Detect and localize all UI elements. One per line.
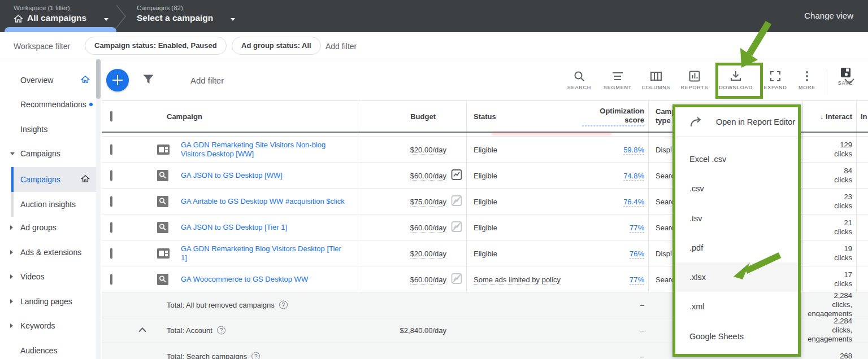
save-floppy-icon	[840, 67, 851, 78]
search-campaign-icon	[157, 196, 168, 207]
filter-bar: Workspace filter Campaign status: Enable…	[0, 32, 868, 59]
optimization-score-value[interactable]: 74.8%	[566, 171, 644, 180]
columns-icon	[650, 70, 662, 82]
sidebar-item-label: Overview	[20, 76, 53, 85]
segment-icon	[611, 70, 624, 82]
budget-value[interactable]: $75.00/day	[353, 197, 446, 205]
filter-funnel-icon	[142, 74, 154, 85]
campaign-status-filter-pill[interactable]: Campaign status: Enabled, Paused	[85, 37, 227, 55]
add-filter-toolbar-label[interactable]: Add filter	[190, 76, 224, 85]
menu-item-tsv[interactable]: .tsv	[675, 204, 798, 233]
menu-divider	[675, 137, 798, 137]
campaign-selector-value: Select a campaign	[137, 13, 213, 23]
ad-group-status-filter-pill[interactable]: Ad group status: All	[232, 37, 321, 55]
more-button[interactable]: MORE	[787, 70, 827, 90]
sidebar-item-audiences[interactable]: Audiences	[0, 342, 96, 359]
menu-item-excel-csv[interactable]: Excel .csv	[675, 145, 798, 174]
budget-value[interactable]: $60.00/day	[353, 171, 446, 180]
new-campaign-button[interactable]	[106, 69, 129, 91]
sidebar-item-label: Ads & extensions	[20, 248, 81, 257]
sidebar-item-insights[interactable]: Insights	[0, 121, 96, 138]
bid-strategy-chart-icon[interactable]	[451, 169, 462, 180]
menu-item-xlsx[interactable]: .xlsx	[675, 262, 798, 292]
change-view-button[interactable]: Change view	[804, 11, 853, 20]
sidebar-scrollbar-thumb[interactable]	[96, 59, 101, 99]
row-checkbox[interactable]	[110, 248, 112, 259]
sidebar-item-auction-insights[interactable]: Auction insights	[0, 196, 96, 213]
campaign-name-link[interactable]: GA JSON to GS Desktop [Tier 1]	[181, 222, 349, 232]
chevron-right-icon	[10, 323, 13, 328]
menu-item-pdf[interactable]: .pdf	[675, 233, 798, 262]
sidebar-item-ads-extensions[interactable]: Ads & extensions	[0, 244, 96, 261]
help-icon[interactable]: ?	[217, 326, 225, 334]
sidebar-item-overview[interactable]: Overview	[0, 72, 96, 89]
filter-funnel-button[interactable]	[142, 74, 154, 87]
sort-descending-icon: ↓	[820, 112, 824, 121]
optimization-score-column-header[interactable]: Optimization score	[582, 107, 644, 126]
left-navigation-sidebar: Overview Recommendations Insights Campai…	[0, 59, 96, 359]
row-checkbox[interactable]	[110, 144, 112, 155]
campaign-name-link[interactable]: GA Airtable to GS Desktop WW #acquisitio…	[181, 196, 349, 206]
row-checkbox[interactable]	[110, 170, 112, 181]
campaign-name-link[interactable]: GA Woocommerce to GS Desktop WW	[181, 274, 349, 284]
optimization-score-value[interactable]: 77%	[566, 223, 644, 231]
help-icon[interactable]: ?	[279, 300, 288, 309]
optimization-score-value[interactable]: 59.8%	[566, 145, 644, 154]
budget-column-header[interactable]: Budget	[353, 112, 436, 121]
campaign-selector[interactable]: Campaigns (82) Select a campaign	[137, 5, 235, 23]
sidebar-item-label: Campaigns	[20, 175, 60, 184]
row-checkbox[interactable]	[110, 274, 112, 284]
home-icon	[81, 75, 90, 84]
campaign-name-link[interactable]: GA JSON to GS Desktop [WW]	[181, 170, 349, 180]
save-button[interactable]: SAVE	[833, 67, 858, 86]
workspace-selector-value: All campaigns	[27, 13, 86, 23]
row-checkbox[interactable]	[110, 222, 112, 233]
sidebar-item-keywords[interactable]: Keywords	[0, 317, 96, 334]
interactions-column-header[interactable]: ↓ Interact	[804, 112, 852, 121]
budget-value[interactable]: $60.00/day	[353, 223, 446, 231]
columns-button-label: COLUMNS	[636, 85, 676, 90]
add-filter-link[interactable]: Add filter	[326, 42, 357, 51]
sidebar-item-recommendations[interactable]: Recommendations	[0, 96, 96, 113]
optimization-score-value[interactable]: 76.4%	[566, 197, 644, 205]
workspace-selector[interactable]: Workspace (1 filter) All campaigns	[14, 5, 108, 23]
sidebar-item-ad-groups[interactable]: Ad groups	[0, 219, 96, 236]
reports-button-label: REPORTS	[675, 85, 714, 90]
optimization-score-total: –	[566, 352, 644, 359]
optimization-score-value[interactable]: 76%	[566, 249, 644, 257]
select-all-checkbox[interactable]	[110, 111, 112, 122]
budget-value[interactable]: $60.00/day	[353, 275, 446, 283]
campaign-name-link[interactable]: GA GDN Remarketing Blog Visitors Desktop…	[181, 244, 349, 262]
sidebar-item-landing-pages[interactable]: Landing pages	[0, 293, 96, 310]
collapse-totals-button[interactable]	[138, 326, 147, 334]
menu-item-open-in-report-editor[interactable]: Open in Report Editor	[675, 107, 798, 137]
menu-item-csv[interactable]: .csv	[675, 174, 798, 203]
optimization-score-value[interactable]: 77%	[566, 275, 644, 283]
home-icon	[81, 174, 90, 183]
sidebar-item-campaigns[interactable]: Campaigns	[0, 171, 96, 188]
google-ads-campaigns-page: Workspace (1 filter) All campaigns Campa…	[0, 0, 868, 359]
campaign-name-link[interactable]: GA GDN Remarketing Site Visitors Non-blo…	[181, 140, 349, 159]
status-column-header[interactable]: Status	[474, 112, 496, 121]
menu-item-google-sheets[interactable]: Google Sheets	[675, 322, 798, 351]
row-checkbox[interactable]	[110, 196, 112, 207]
budget-value[interactable]: $20.00/day	[353, 145, 446, 154]
budget-total: $2,840.00/day	[353, 326, 446, 334]
segment-button[interactable]: SEGMENT	[598, 70, 637, 90]
campaign-selector-label: Campaigns (82)	[137, 5, 235, 11]
columns-button[interactable]: COLUMNS	[636, 70, 676, 90]
sidebar-item-videos[interactable]: Videos	[0, 268, 96, 285]
search-button[interactable]: SEARCH	[559, 70, 599, 90]
campaign-column-header[interactable]: Campaign	[167, 112, 202, 121]
notification-dot-icon	[89, 103, 93, 106]
reports-button[interactable]: REPORTS	[675, 70, 714, 90]
sidebar-scrollbar-track[interactable]	[96, 59, 101, 359]
budget-value[interactable]: $20.00/day	[353, 249, 446, 257]
sidebar-item-label: Auction insights	[20, 200, 76, 209]
last-column-header[interactable]: In	[861, 112, 867, 121]
menu-item-xml[interactable]: .xml	[675, 292, 798, 321]
bid-strategy-chart-disabled-icon	[451, 195, 462, 206]
help-icon[interactable]: ?	[251, 352, 260, 359]
search-campaign-icon	[157, 274, 168, 285]
sidebar-item-campaigns-parent[interactable]: Campaigns	[0, 145, 96, 162]
